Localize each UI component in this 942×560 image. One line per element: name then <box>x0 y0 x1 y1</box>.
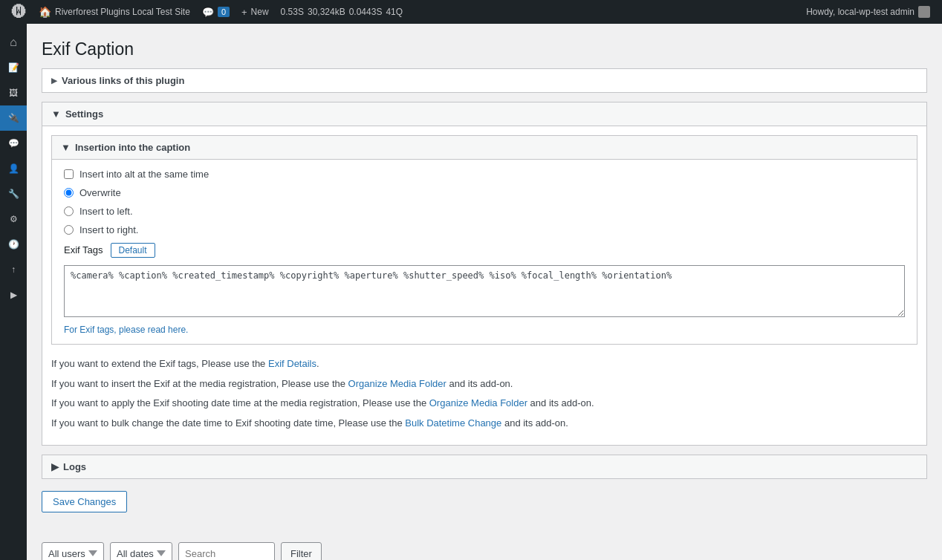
sidebar-item-tools[interactable]: 🔧 <box>0 181 27 206</box>
insertion-body: Insert into alt at the same time Overwri… <box>52 160 917 344</box>
adminbar-right: Howdy, local-wp-test admin <box>800 0 936 24</box>
settings-arrow: ▼ <box>51 108 61 120</box>
stat-3: 0.0443S <box>349 7 383 17</box>
comments-item[interactable]: 💬 0 <box>196 0 236 24</box>
insert-alt-checkbox[interactable] <box>64 169 74 179</box>
default-button[interactable]: Default <box>111 243 155 258</box>
bulk-datetime-link[interactable]: Bulk Datetime Change <box>405 417 501 429</box>
bottom-actions: Save Changes All users All dates Filter … <box>42 491 927 560</box>
comment-icon: 💬 <box>202 7 214 18</box>
play-icon: ▶ <box>10 290 17 300</box>
overwrite-radio[interactable] <box>64 188 74 198</box>
all-dates-select[interactable]: All dates <box>110 542 172 560</box>
wrap: Exif Caption ▶ Various links of this plu… <box>42 39 927 560</box>
info-area: If you want to extend the Exif tags, Ple… <box>42 354 926 445</box>
organize-media-link-2[interactable]: Organize Media Folder <box>429 397 527 408</box>
stat-1: 0.53S <box>281 7 304 17</box>
various-links-header[interactable]: ▶ Various links of this plugin <box>42 69 926 92</box>
read-here-container: For Exif tags, please read here. <box>64 324 905 335</box>
home-icon: 🏠 <box>39 6 51 18</box>
all-users-select[interactable]: All users <box>42 542 104 560</box>
sidebar-item-settings[interactable]: ⚙ <box>0 206 27 232</box>
wp-logo[interactable]: 🅦 <box>6 0 33 24</box>
page-title: Exif Caption <box>42 39 927 61</box>
exif-textarea[interactable] <box>64 265 905 317</box>
main-content: Exif Caption ▶ Various links of this plu… <box>27 24 942 560</box>
stat-2: 30,324kB <box>308 7 345 17</box>
exif-tags-row: Exif Tags Default <box>64 243 905 258</box>
sidebar-item-posts[interactable]: 📝 <box>0 55 27 80</box>
settings-icon: ⚙ <box>10 214 18 224</box>
exif-tags-label: Exif Tags <box>64 244 103 255</box>
insert-right-radio[interactable] <box>64 225 74 235</box>
insertion-section: ▼ Insertion into the caption Insert into… <box>51 135 917 345</box>
sidebar-item-plugin[interactable]: 🔌 <box>0 105 27 131</box>
insertion-arrow: ▼ <box>61 142 71 153</box>
wp-logo-icon: 🅦 <box>12 4 27 21</box>
sidebar-item-dashboard[interactable]: ⌂ <box>0 30 27 55</box>
insert-right-label: Insert to right. <box>79 224 138 235</box>
insert-left-label: Insert to left. <box>79 206 133 217</box>
sidebar-item-play[interactable]: ▶ <box>0 282 27 307</box>
insert-right-row: Insert to right. <box>64 224 905 235</box>
logs-label: Logs <box>63 461 86 472</box>
wp-layout: ⌂ 📝 🖼 🔌 💬 👤 🔧 ⚙ 🕐 ↑ ▶ <box>0 0 942 560</box>
settings-section: ▼ Settings ▼ Insertion into the caption … <box>42 102 927 446</box>
logs-arrow: ▶ <box>51 461 59 472</box>
various-links-section: ▶ Various links of this plugin <box>42 68 927 93</box>
stat-4: 41Q <box>386 7 403 17</box>
various-links-arrow: ▶ <box>51 76 57 85</box>
insert-alt-row: Insert into alt at the same time <box>64 169 905 180</box>
various-links-label: Various links of this plugin <box>62 75 184 86</box>
insert-alt-label: Insert into alt at the same time <box>79 169 209 180</box>
comments-icon: 💬 <box>8 138 19 149</box>
filter-button[interactable]: Filter <box>281 542 322 560</box>
info-line-3: If you want to apply the Exif shooting d… <box>51 396 917 411</box>
settings-header[interactable]: ▼ Settings <box>42 102 926 126</box>
logs-section: ▶ Logs <box>42 455 927 479</box>
stats-item: 0.53S 30,324kB 0.0443S 41Q <box>275 0 409 24</box>
admin-menu: ⌂ 📝 🖼 🔌 💬 👤 🔧 ⚙ 🕐 ↑ ▶ <box>0 24 27 560</box>
search-input[interactable] <box>178 542 275 560</box>
site-name-item[interactable]: 🏠 Riverforest Plugins Local Test Site <box>33 0 196 24</box>
info-line-2: If you want to insert the Exif at the me… <box>51 377 917 392</box>
sidebar-item-upload[interactable]: ↑ <box>0 257 27 282</box>
user-info[interactable]: Howdy, local-wp-test admin <box>800 0 936 24</box>
plugin-icon: 🔌 <box>8 113 19 123</box>
clock-icon: 🕐 <box>8 239 19 250</box>
sidebar-item-clock[interactable]: 🕐 <box>0 232 27 257</box>
save-changes-container: Save Changes <box>42 491 927 527</box>
organize-media-link-1[interactable]: Organize Media Folder <box>348 378 446 389</box>
insert-left-row: Insert to left. <box>64 206 905 217</box>
new-label: New <box>251 7 269 17</box>
sidebar-item-users[interactable]: 👤 <box>0 156 27 181</box>
new-content-item[interactable]: + New <box>236 0 275 24</box>
overwrite-row: Overwrite <box>64 187 905 198</box>
avatar <box>918 6 930 18</box>
tools-icon: 🔧 <box>8 189 19 199</box>
exif-details-link[interactable]: Exif Details <box>268 358 316 369</box>
users-icon: 👤 <box>8 163 19 174</box>
read-here-prefix: For Exif tags, <box>64 325 119 335</box>
logs-header[interactable]: ▶ Logs <box>42 455 926 478</box>
info-line-1: If you want to extend the Exif tags, Ple… <box>51 356 917 372</box>
insertion-header[interactable]: ▼ Insertion into the caption <box>52 136 917 160</box>
posts-icon: 📝 <box>8 62 19 73</box>
insert-left-radio[interactable] <box>64 206 74 216</box>
sidebar-item-comments[interactable]: 💬 <box>0 131 27 156</box>
media-icon: 🖼 <box>9 88 18 98</box>
comments-count: 0 <box>218 7 230 17</box>
read-here-link[interactable]: please read here. <box>119 325 188 335</box>
save-changes-button[interactable]: Save Changes <box>42 491 127 512</box>
overwrite-label: Overwrite <box>79 187 121 198</box>
upload-icon: ↑ <box>11 264 16 275</box>
site-name: Riverforest Plugins Local Test Site <box>55 7 190 17</box>
user-greeting: Howdy, local-wp-test admin <box>806 7 915 17</box>
dashboard-icon: ⌂ <box>10 36 17 49</box>
insertion-label: Insertion into the caption <box>75 142 190 153</box>
info-line-4: If you want to bulk change the date time… <box>51 416 917 432</box>
admin-bar: 🅦 🏠 Riverforest Plugins Local Test Site … <box>0 0 942 24</box>
filter-bar: All users All dates Filter <box>42 535 927 560</box>
settings-label: Settings <box>65 108 103 120</box>
sidebar-item-media[interactable]: 🖼 <box>0 80 27 105</box>
